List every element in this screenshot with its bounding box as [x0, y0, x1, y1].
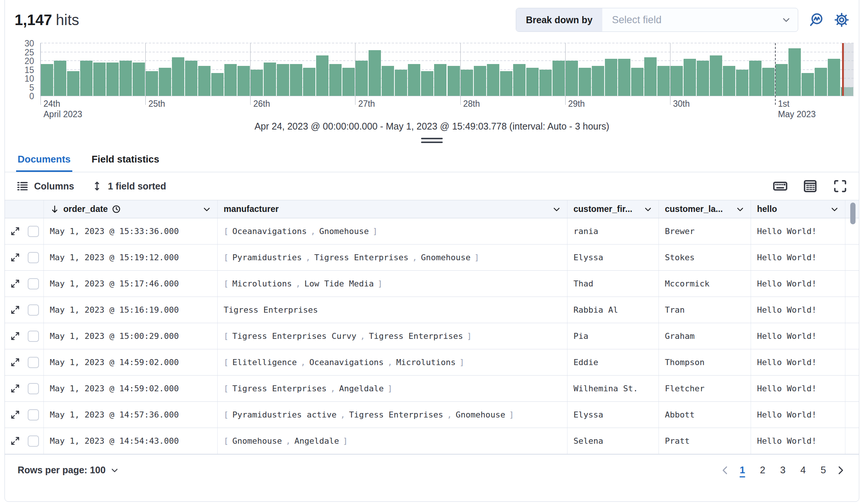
select-row-checkbox[interactable] [28, 304, 39, 316]
histogram-bar[interactable] [355, 61, 368, 96]
histogram-bar[interactable] [185, 61, 197, 96]
histogram-bar[interactable] [408, 64, 420, 96]
select-row-checkbox[interactable] [28, 331, 39, 342]
histogram-bar[interactable] [487, 64, 499, 96]
select-row-checkbox[interactable] [28, 435, 39, 447]
histogram-bar[interactable] [500, 71, 512, 96]
histogram-bar[interactable] [815, 68, 827, 96]
histogram-bar[interactable] [618, 59, 630, 96]
histogram-bar[interactable] [329, 64, 342, 96]
column-header-customer_la[interactable]: customer_la... [659, 200, 751, 218]
histogram-bar[interactable] [395, 70, 407, 96]
histogram-bar[interactable] [434, 64, 446, 96]
breakdown-field-select[interactable]: Break down by Select field [516, 8, 798, 32]
histogram-bar[interactable] [526, 68, 539, 96]
histogram-bar[interactable] [303, 68, 315, 96]
expand-row-icon[interactable] [10, 436, 20, 446]
histogram-bar[interactable] [198, 66, 211, 96]
select-row-checkbox[interactable] [28, 409, 39, 420]
histogram-bar[interactable] [579, 68, 591, 96]
histogram-bar[interactable] [172, 57, 184, 96]
histogram-bar[interactable] [106, 63, 119, 96]
tab-field-statistics[interactable]: Field statistics [90, 147, 161, 172]
column-header-hello[interactable]: hello [751, 200, 845, 218]
histogram-bar[interactable] [592, 66, 604, 96]
expand-row-icon[interactable] [10, 305, 20, 315]
column-menu-chevron-icon[interactable] [736, 205, 745, 214]
histogram-bar[interactable] [421, 71, 433, 96]
expand-row-icon[interactable] [10, 226, 20, 236]
histogram-bar[interactable] [762, 68, 775, 96]
histogram-bar[interactable] [211, 73, 224, 96]
histogram-bar[interactable] [828, 59, 840, 96]
histogram-bar[interactable] [697, 61, 709, 96]
select-row-checkbox[interactable] [28, 383, 39, 394]
histogram-bar[interactable] [474, 66, 486, 96]
expand-row-icon[interactable] [10, 410, 20, 420]
histogram-bar[interactable] [644, 57, 657, 96]
page-button-2[interactable]: 2 [754, 462, 771, 478]
histogram-bar[interactable] [513, 64, 526, 96]
histogram-bar[interactable] [802, 73, 814, 96]
edit-visualization-icon[interactable] [809, 12, 824, 27]
expand-row-icon[interactable] [10, 357, 20, 367]
previous-page-icon[interactable] [720, 465, 731, 476]
column-menu-chevron-icon[interactable] [644, 205, 652, 214]
gear-icon[interactable] [834, 12, 849, 27]
column-header-manufacturer[interactable]: manufacturer [218, 200, 567, 218]
histogram-bar[interactable] [133, 63, 145, 96]
histogram-bar[interactable] [277, 64, 289, 96]
histogram-bar[interactable] [736, 70, 748, 96]
sort-fields-button[interactable]: 1 field sorted [91, 180, 166, 192]
histogram-bar[interactable] [237, 66, 250, 96]
histogram-bar[interactable] [369, 50, 381, 96]
page-button-5[interactable]: 5 [815, 462, 832, 478]
tab-documents[interactable]: Documents [16, 147, 72, 172]
column-menu-chevron-icon[interactable] [552, 205, 561, 214]
expand-row-icon[interactable] [10, 252, 20, 262]
resize-handle[interactable] [421, 138, 443, 143]
column-menu-chevron-icon[interactable] [202, 205, 211, 214]
expand-row-icon[interactable] [10, 279, 20, 289]
select-row-checkbox[interactable] [28, 278, 39, 289]
histogram-bar[interactable] [552, 61, 565, 96]
fullscreen-icon[interactable] [833, 179, 848, 194]
histogram-bar[interactable] [119, 61, 132, 96]
histogram-bar[interactable] [566, 61, 578, 96]
histogram-bar[interactable] [605, 59, 617, 96]
select-row-checkbox[interactable] [28, 357, 39, 368]
select-row-checkbox[interactable] [28, 252, 39, 263]
page-button-4[interactable]: 4 [794, 462, 812, 478]
next-page-icon[interactable] [835, 465, 846, 476]
histogram-bar[interactable] [146, 71, 158, 96]
histogram-bar[interactable] [41, 64, 53, 96]
histogram-bar[interactable] [461, 70, 473, 96]
histogram-bar[interactable] [264, 63, 276, 96]
rows-per-page-button[interactable]: Rows per page: 100 [18, 465, 119, 476]
histogram-bar[interactable] [382, 66, 394, 96]
histogram-bar[interactable] [80, 61, 93, 96]
column-header-customer_fir[interactable]: customer_fir... [567, 200, 659, 218]
histogram-bar[interactable] [684, 59, 696, 96]
select-row-checkbox[interactable] [28, 226, 39, 237]
histogram-bar[interactable] [316, 55, 328, 96]
histogram-bar[interactable] [159, 68, 171, 96]
histogram-bar[interactable] [723, 66, 735, 96]
display-options-icon[interactable] [803, 179, 818, 194]
histogram-bar[interactable] [657, 66, 670, 96]
histogram-bar[interactable] [539, 70, 552, 96]
page-button-3[interactable]: 3 [774, 462, 791, 478]
page-button-1[interactable]: 1 [734, 462, 751, 478]
histogram-bar[interactable] [448, 66, 460, 96]
histogram-bar[interactable] [670, 66, 683, 96]
column-header-order_date[interactable]: order_date [44, 200, 218, 218]
histogram-bar[interactable] [224, 64, 237, 96]
expand-row-icon[interactable] [10, 383, 20, 394]
histogram-bar[interactable] [93, 63, 106, 96]
scrollbar-thumb[interactable] [850, 203, 856, 224]
plot-area[interactable]: 24thApril 202325th26th27th28th29th30th1s… [40, 43, 854, 96]
histogram-bar[interactable] [710, 55, 722, 96]
histogram-bar[interactable] [67, 71, 79, 96]
keyboard-shortcuts-icon[interactable] [773, 179, 788, 194]
histogram-bar[interactable] [631, 68, 644, 96]
